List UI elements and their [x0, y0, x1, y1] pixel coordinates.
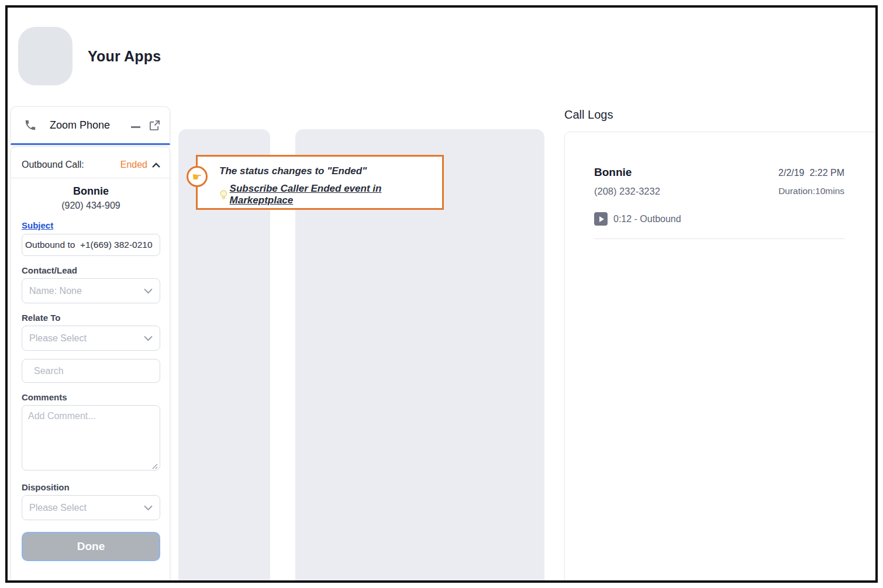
log-phone: (208) 232-3232	[594, 186, 660, 197]
done-button[interactable]: Done	[22, 532, 160, 561]
disposition-value: Please Select	[29, 503, 87, 513]
zoom-phone-widget-body: Outbound Call: Ended Bonnie (920) 434-90…	[11, 147, 170, 583]
status-badge: Ended	[120, 160, 147, 170]
divider	[594, 238, 844, 239]
log-contact-name: Bonnie	[594, 166, 632, 179]
pointer-badge: ☛	[187, 166, 208, 187]
subscribe-event-link[interactable]: Subscribe Caller Ended event in Markeptp…	[230, 183, 442, 206]
relate-to-select[interactable]: Please Select	[22, 326, 160, 351]
minimize-icon[interactable]	[130, 121, 141, 129]
comments-textarea[interactable]	[22, 405, 160, 471]
relate-to-label: Relate To	[22, 313, 160, 323]
callout-text: The status changes to "Ended"	[219, 165, 442, 177]
play-recording-button[interactable]	[594, 212, 608, 226]
callee-phone: (920) 434-909	[22, 200, 160, 211]
comments-label: Comments	[22, 392, 160, 402]
contact-lead-select[interactable]: Name: None	[22, 278, 160, 303]
widget-title: Zoom Phone	[50, 119, 110, 132]
annotation-callout: ☛ The status changes to "Ended" Subscrib…	[196, 155, 444, 210]
call-logs-panel: Bonnie 2/2/19 2:22 PM (208) 232-3232 Dur…	[564, 132, 878, 583]
log-duration: Duration:10mins	[778, 186, 844, 197]
callee-name: Bonnie	[22, 185, 160, 198]
contact-lead-label: Contact/Lead	[22, 265, 160, 275]
pointing-finger-icon: ☛	[192, 171, 202, 182]
call-status-toggle[interactable]: Ended	[120, 160, 160, 170]
call-log-entry: Bonnie 2/2/19 2:22 PM (208) 232-3232 Dur…	[594, 166, 844, 239]
log-recording-label: 0:12 - Outbound	[613, 214, 681, 224]
disposition-select[interactable]: Please Select	[22, 495, 160, 520]
search-box[interactable]	[22, 359, 160, 383]
chevron-down-icon	[144, 288, 153, 294]
contact-lead-value: Name: None	[29, 286, 82, 296]
app-logo-placeholder	[18, 27, 73, 85]
lightbulb-icon	[219, 189, 228, 200]
relate-to-value: Please Select	[29, 333, 87, 344]
page-title: Your Apps	[88, 48, 161, 65]
external-link-icon[interactable]	[149, 120, 160, 131]
outbound-call-label: Outbound Call:	[22, 160, 84, 170]
zoom-phone-widget-header: Zoom Phone	[11, 106, 170, 145]
log-datetime: 2/2/19 2:22 PM	[778, 168, 844, 178]
search-input[interactable]	[34, 366, 155, 376]
call-logs-title: Call Logs	[564, 108, 613, 122]
play-icon	[599, 216, 604, 222]
chevron-up-icon[interactable]	[152, 162, 160, 168]
chevron-down-icon	[144, 505, 153, 511]
screenshot-frame: Your Apps Zoom Phone Outbound Call: Ende…	[5, 5, 878, 583]
phone-icon	[24, 119, 37, 132]
subject-link[interactable]: Subject	[22, 220, 53, 230]
disposition-label: Disposition	[22, 482, 160, 492]
chevron-down-icon	[144, 335, 153, 341]
divider	[11, 178, 170, 178]
subject-input[interactable]	[22, 234, 160, 256]
